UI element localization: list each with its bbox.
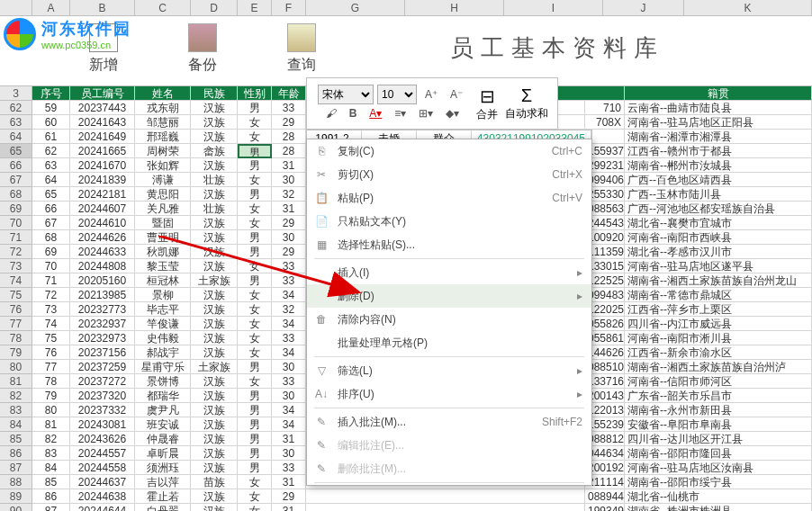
cell-age[interactable]: 33 — [272, 259, 306, 273]
cell-seq[interactable]: 65 — [32, 187, 70, 202]
col-A[interactable]: A — [32, 0, 70, 15]
cell-seq[interactable]: 64 — [32, 173, 70, 187]
cell-emp[interactable]: 20244610 — [70, 216, 135, 230]
row-header[interactable]: 78 — [0, 331, 32, 345]
cell-eth[interactable]: 汉族 — [191, 331, 238, 345]
cell-origin[interactable]: 河南省--南阳市西峡县 — [625, 230, 812, 245]
cell-eth[interactable]: 汉族 — [191, 130, 238, 144]
cell-sex[interactable]: 女 — [238, 489, 272, 504]
cell-sex[interactable]: 男 — [238, 403, 272, 417]
cell-eth[interactable]: 汉族 — [191, 389, 238, 403]
cell-name[interactable]: 景柳 — [135, 288, 191, 302]
cell-emp[interactable]: 20232773 — [70, 302, 135, 317]
cell-sex[interactable]: 男 — [238, 101, 272, 115]
cell-eth[interactable]: 汉族 — [191, 302, 238, 317]
cell-sex[interactable]: 男 — [238, 187, 272, 202]
cell-code[interactable]: 708X — [585, 115, 625, 130]
cell-name[interactable]: 仲晟睿 — [135, 432, 191, 446]
cell-sex[interactable]: 女 — [238, 173, 272, 187]
cell-eth[interactable]: 壮族 — [191, 173, 238, 187]
row-header[interactable]: 63 — [0, 115, 32, 130]
col-C[interactable]: C — [135, 0, 191, 15]
cell-origin[interactable]: 湖南省--湘潭市湘潭县 — [625, 130, 812, 144]
cell-emp[interactable]: 20241649 — [70, 130, 135, 144]
cell-age[interactable]: 31 — [272, 158, 306, 173]
cell-emp[interactable]: 20237156 — [70, 345, 135, 360]
row-header[interactable]: 66 — [0, 158, 32, 173]
cell-sex[interactable]: 男 — [238, 245, 272, 259]
cell-origin[interactable]: 湖南省--永州市新田县 — [625, 403, 812, 417]
cell-age[interactable]: 30 — [272, 173, 306, 187]
row-header[interactable]: 75 — [0, 288, 32, 302]
cell-eth[interactable]: 汉族 — [191, 187, 238, 202]
cell-emp[interactable]: 20243081 — [70, 417, 135, 432]
cell-seq[interactable]: 83 — [32, 446, 70, 461]
cell-emp[interactable]: 20244557 — [70, 446, 135, 461]
row-header[interactable]: 68 — [0, 187, 32, 202]
cell-name[interactable]: 霍止若 — [135, 489, 191, 504]
cell-gap[interactable] — [306, 504, 585, 511]
cell-origin[interactable]: 广东省--韶关市乐昌市 — [625, 389, 812, 403]
cell-sex[interactable]: 女 — [238, 374, 272, 389]
h-seq[interactable]: 序号 — [32, 86, 70, 101]
col-G[interactable]: G — [306, 0, 405, 15]
fill-color-button[interactable]: ◆▾ — [441, 104, 464, 122]
format-painter-icon[interactable]: 🖌 — [321, 104, 341, 122]
cell-emp[interactable]: 20237332 — [70, 403, 135, 417]
cell-sex[interactable]: 女 — [238, 130, 272, 144]
cell-name[interactable]: 吉以萍 — [135, 475, 191, 489]
cell-origin[interactable]: 河南省--南阳市淅川县 — [625, 331, 812, 345]
cell-eth[interactable]: 汉族 — [191, 158, 238, 173]
row-header[interactable]: 88 — [0, 475, 32, 489]
cell-seq[interactable]: 72 — [32, 288, 70, 302]
cell-sex[interactable]: 男 — [238, 446, 272, 461]
h-name[interactable]: 姓名 — [135, 86, 191, 101]
cell-name[interactable]: 邹慧丽 — [135, 115, 191, 130]
cell-emp[interactable]: 20244633 — [70, 245, 135, 259]
cell-name[interactable]: 邢瑶巍 — [135, 130, 191, 144]
select-all-corner[interactable] — [0, 0, 32, 15]
row-header[interactable]: 69 — [0, 202, 32, 216]
row-header[interactable]: 70 — [0, 216, 32, 230]
cell-emp[interactable]: 20213985 — [70, 288, 135, 302]
cell-name[interactable]: 郝战宇 — [135, 345, 191, 360]
cell-sex[interactable]: 女 — [238, 345, 272, 360]
row-header[interactable]: 85 — [0, 432, 32, 446]
cell-sex[interactable]: 女 — [238, 115, 272, 130]
cell-seq[interactable]: 76 — [32, 345, 70, 360]
cell-name[interactable]: 都瑞华 — [135, 389, 191, 403]
query-button[interactable]: 查询 — [252, 23, 351, 85]
row-header[interactable]: 82 — [0, 389, 32, 403]
cell-age[interactable]: 28 — [272, 130, 306, 144]
cell-eth[interactable]: 汉族 — [191, 345, 238, 360]
cell-seq[interactable]: 63 — [32, 158, 70, 173]
cell-origin[interactable]: 云南省--曲靖市陆良县 — [625, 101, 812, 115]
cell-eth[interactable]: 汉族 — [191, 489, 238, 504]
table-row[interactable]: 908720244644白丹翠汉族女31199349湖南省--株洲市株洲县 — [0, 504, 812, 511]
cell-seq[interactable]: 61 — [32, 130, 70, 144]
cell-seq[interactable]: 66 — [32, 202, 70, 216]
cell-age[interactable]: 29 — [272, 245, 306, 259]
cell-name[interactable]: 关凡雅 — [135, 202, 191, 216]
row-header[interactable]: 86 — [0, 446, 32, 461]
cell-eth[interactable]: 汉族 — [191, 259, 238, 273]
row-header[interactable]: 77 — [0, 317, 32, 331]
row-header[interactable]: 71 — [0, 230, 32, 245]
cell-origin[interactable]: 湖南省--湘西土家族苗族自治州龙山 — [625, 273, 812, 288]
cell-eth[interactable]: 汉族 — [191, 115, 238, 130]
ctx-C[interactable]: ⎘复制(C)Ctrl+C — [307, 139, 591, 163]
cell-age[interactable]: 28 — [272, 144, 306, 158]
ctx-Y[interactable]: 📄只粘贴文本(Y) — [307, 210, 591, 233]
h-origin[interactable]: 籍贯 — [625, 86, 812, 101]
row-header[interactable]: 89 — [0, 489, 32, 504]
cell-age[interactable]: 30 — [272, 230, 306, 245]
row-header[interactable]: 84 — [0, 417, 32, 432]
cell-origin[interactable]: 湖南省--常德市鼎城区 — [625, 288, 812, 302]
cell-eth[interactable]: 汉族 — [191, 417, 238, 432]
cell-origin[interactable]: 江西省--萍乡市上栗区 — [625, 302, 812, 317]
h-eth[interactable]: 民族 — [191, 86, 238, 101]
cell-seq[interactable]: 87 — [32, 504, 70, 511]
cell-origin[interactable]: 河南省--驻马店地区正阳县 — [625, 115, 812, 130]
ctx-M[interactable]: ✎插入批注(M)...Shift+F2 — [307, 410, 591, 434]
h-emp[interactable]: 员工编号 — [70, 86, 135, 101]
